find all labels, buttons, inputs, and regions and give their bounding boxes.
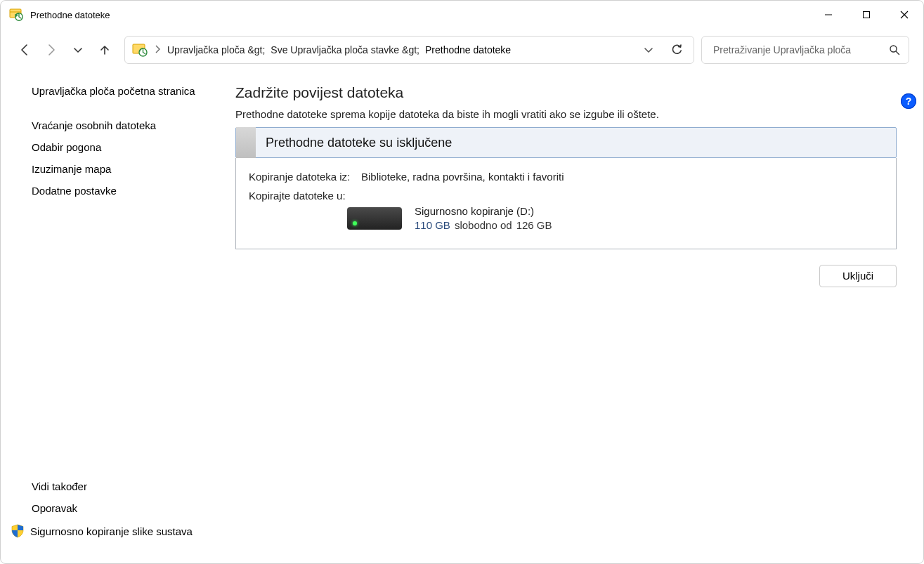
drive-free-amount: 110 GB	[415, 218, 450, 232]
app-icon	[9, 8, 23, 22]
svg-rect-2	[864, 12, 870, 18]
search-box[interactable]	[701, 36, 909, 64]
main-panel: Zadržite povijest datoteka Prethodne dat…	[233, 81, 897, 542]
address-history-button[interactable]	[637, 37, 660, 63]
details-panel: Kopiranje datoteka iz: Biblioteke, radna…	[235, 158, 897, 249]
sidebar-link-exclude[interactable]: Izuzimanje mapa	[32, 163, 226, 175]
copy-to-label: Kopirajte datoteke u:	[249, 190, 354, 202]
close-button[interactable]	[885, 1, 923, 29]
sidebar-link-recovery[interactable]: Oporavak	[32, 502, 226, 514]
page-heading: Zadržite povijest datoteka	[235, 84, 897, 101]
help-button[interactable]: ?	[901, 93, 916, 109]
page-subtitle: Prethodne datoteke sprema kopije datotek…	[235, 108, 897, 120]
breadcrumb-all-items[interactable]: Sve Upravljačka ploča stavke &gt;	[271, 44, 419, 55]
sidebar-link-system-image-backup[interactable]: Sigurnosno kopiranje slike sustava	[30, 525, 193, 537]
folder-history-icon	[132, 42, 148, 58]
window-title: Prethodne datoteke	[30, 10, 809, 20]
forward-button[interactable]	[44, 43, 58, 57]
recent-locations-button[interactable]	[71, 43, 85, 57]
back-button[interactable]	[18, 43, 32, 57]
sidebar-link-restore[interactable]: Vraćanje osobnih datoteka	[32, 119, 226, 131]
breadcrumb-current[interactable]: Prethodne datoteke	[425, 44, 511, 55]
chevron-right-icon	[153, 45, 162, 55]
maximize-button[interactable]	[847, 1, 885, 29]
drive-icon	[347, 207, 402, 230]
navigation-row: Upravljačka ploča &gt; Sve Upravljačka p…	[1, 29, 923, 71]
copy-from-label: Kopiranje datoteka iz:	[249, 171, 354, 183]
drive-free-text: slobodno od	[455, 218, 512, 232]
drive-name: Sigurnosno kopiranje (D:)	[415, 204, 552, 218]
sidebar: Upravljačka ploča početna stranica Vraća…	[27, 81, 233, 542]
address-bar[interactable]: Upravljačka ploča &gt; Sve Upravljačka p…	[124, 36, 694, 64]
shield-icon	[11, 524, 25, 538]
status-text: Prethodne datoteke su isključene	[266, 136, 452, 150]
breadcrumb-control-panel[interactable]: Upravljačka ploča &gt;	[167, 44, 265, 55]
drive-total-amount: 126 GB	[516, 218, 552, 232]
turn-on-button[interactable]: Uključi	[819, 265, 897, 287]
status-banner: Prethodne datoteke su isključene	[235, 127, 897, 158]
copy-from-value: Biblioteke, radna površina, kontakti i f…	[361, 171, 564, 183]
minimize-button[interactable]	[809, 1, 847, 29]
sidebar-control-panel-home[interactable]: Upravljačka ploča početna stranica	[32, 85, 226, 97]
up-button[interactable]	[98, 43, 112, 57]
sidebar-link-advanced[interactable]: Dodatne postavke	[32, 185, 226, 197]
search-icon[interactable]	[887, 43, 902, 57]
see-also-heading: Vidi također	[32, 480, 226, 492]
status-icon	[236, 127, 256, 158]
search-input[interactable]	[712, 44, 887, 56]
sidebar-link-select-drive[interactable]: Odabir pogona	[32, 141, 226, 153]
title-bar: Prethodne datoteke	[1, 1, 923, 29]
refresh-button[interactable]	[665, 37, 688, 63]
